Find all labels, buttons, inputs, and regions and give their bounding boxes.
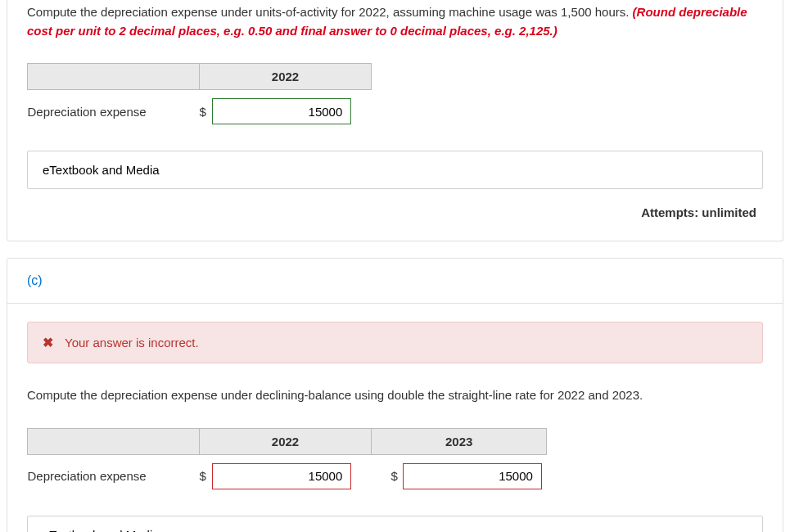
partc-label: (c) — [7, 259, 783, 304]
feedback-incorrect: ✖ Your answer is incorrect. — [27, 322, 763, 363]
partc-table: 2022 2023 Depreciation expense $ $ — [27, 428, 547, 493]
etextbook-media-button[interactable]: eTextbook and Media — [27, 151, 763, 189]
partb-answer-input[interactable] — [212, 98, 351, 124]
currency-symbol: $ — [200, 90, 213, 128]
partb-prompt-plain: Compute the depreciation expense under u… — [27, 5, 633, 19]
partc-year2-header: 2023 — [372, 428, 547, 454]
partb-empty-header — [28, 64, 200, 90]
partc-row-label: Depreciation expense — [28, 454, 200, 493]
partb-prompt: Compute the depreciation expense under u… — [27, 3, 763, 40]
partc-answer2-input[interactable] — [403, 463, 542, 489]
etextbook-media-button[interactable]: eTextbook and Media — [27, 516, 763, 533]
partc-year1-header: 2022 — [200, 428, 372, 454]
partb-row-label: Depreciation expense — [28, 90, 200, 128]
partc-prompt: Compute the depreciation expense under d… — [27, 386, 763, 405]
partc-answer1-input[interactable] — [212, 463, 351, 489]
feedback-text: Your answer is incorrect. — [65, 336, 199, 349]
partc-empty-header — [28, 428, 200, 454]
currency-symbol: $ — [200, 454, 213, 493]
partb-table: 2022 Depreciation expense $ — [27, 63, 372, 128]
attempts-text: Attempts: unlimited — [27, 202, 763, 224]
partb-year-header: 2022 — [200, 64, 372, 90]
close-icon: ✖ — [43, 336, 53, 349]
currency-symbol: $ — [372, 454, 403, 493]
